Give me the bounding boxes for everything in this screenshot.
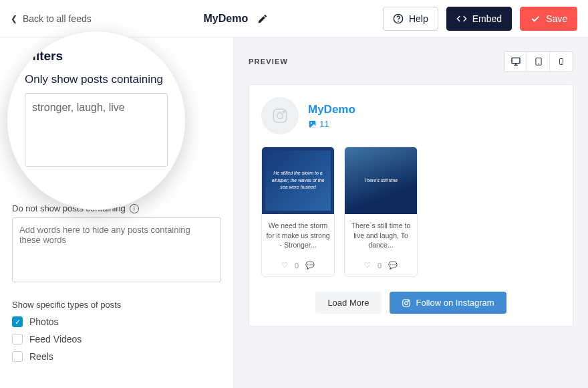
- include-textarea[interactable]: [25, 93, 168, 167]
- post-footer: ♡ 0 💬: [345, 257, 417, 276]
- embed-button[interactable]: Embed: [446, 7, 512, 31]
- svg-point-8: [277, 113, 283, 119]
- title-area: MyDemo: [100, 11, 375, 27]
- svg-point-13: [404, 301, 408, 304]
- post-caption: We need the storm for it make us strong …: [262, 214, 334, 257]
- type-row-reels[interactable]: Reels: [12, 351, 221, 362]
- desktop-icon[interactable]: [504, 52, 527, 72]
- follow-button[interactable]: Follow on Instagram: [390, 292, 506, 314]
- include-label: Only show posts containing: [25, 73, 168, 86]
- load-more-button[interactable]: Load More: [315, 292, 381, 314]
- help-button[interactable]: Help: [383, 7, 438, 31]
- svg-point-9: [283, 111, 285, 112]
- pencil-icon[interactable]: [255, 11, 271, 27]
- mobile-icon[interactable]: [550, 52, 573, 72]
- checkbox-icon[interactable]: [12, 351, 23, 362]
- type-label: Photos: [29, 316, 59, 327]
- save-button[interactable]: Save: [520, 7, 577, 31]
- comment-icon[interactable]: 💬: [305, 261, 315, 270]
- svg-point-14: [408, 300, 408, 301]
- info-icon[interactable]: i: [130, 204, 139, 213]
- preview-label: PREVIEW: [249, 58, 288, 66]
- type-label: Reels: [29, 351, 53, 362]
- types-heading: Show specific types of posts: [12, 300, 221, 310]
- post-caption: There`s still time to live and laugh, To…: [345, 214, 417, 257]
- back-link[interactable]: ❮ Back to all feeds: [11, 13, 92, 24]
- svg-rect-2: [512, 58, 520, 64]
- chevron-left-icon: ❮: [11, 14, 17, 23]
- post-thumbnail: There's still time: [345, 147, 417, 214]
- post-thumbnail: He stilled the storm to a whisper; the w…: [262, 147, 334, 214]
- save-label: Save: [546, 13, 567, 24]
- exclude-textarea[interactable]: [12, 217, 221, 282]
- type-row-photos[interactable]: Photos: [12, 316, 221, 327]
- preview-card: MyDemo 11 He stilled the storm to a whis…: [249, 84, 573, 326]
- profile-meta: 11: [308, 119, 355, 129]
- feed-title: MyDemo: [203, 13, 248, 25]
- type-label: Feed Videos: [29, 334, 82, 345]
- magnifier-overlay: Filters Only show posts containing: [7, 31, 186, 210]
- svg-point-1: [398, 21, 399, 21]
- embed-label: Embed: [472, 13, 502, 24]
- back-label: Back to all feeds: [23, 13, 92, 24]
- post-card[interactable]: There's still time There`s still time to…: [344, 147, 418, 277]
- heart-icon[interactable]: ♡: [364, 261, 371, 270]
- svg-point-11: [311, 122, 312, 123]
- post-footer: ♡ 0 💬: [262, 257, 334, 276]
- preview-panel: PREVIEW MyDemo 11: [234, 37, 588, 388]
- like-count: 0: [295, 262, 299, 270]
- posts-grid: He stilled the storm to a whisper; the w…: [261, 147, 561, 277]
- preview-actions: Load More Follow on Instagram: [261, 292, 561, 314]
- comment-icon[interactable]: 💬: [388, 261, 398, 270]
- profile-name[interactable]: MyDemo: [308, 103, 355, 116]
- profile-header: MyDemo 11: [261, 97, 561, 134]
- avatar: [261, 97, 299, 134]
- filters-heading: Filters: [25, 49, 168, 64]
- preview-header: PREVIEW: [249, 51, 573, 72]
- like-count: 0: [378, 262, 382, 270]
- post-count: 11: [319, 119, 329, 129]
- svg-point-6: [561, 64, 562, 64]
- type-row-feed-videos[interactable]: Feed Videos: [12, 334, 221, 345]
- svg-point-4: [538, 64, 539, 64]
- checkbox-icon[interactable]: [12, 316, 23, 327]
- follow-label: Follow on Instagram: [416, 298, 494, 308]
- tablet-icon[interactable]: [527, 52, 550, 72]
- checkbox-icon[interactable]: [12, 334, 23, 345]
- device-toggle: [504, 51, 573, 72]
- post-card[interactable]: He stilled the storm to a whisper; the w…: [261, 147, 335, 277]
- heart-icon[interactable]: ♡: [281, 261, 288, 270]
- help-label: Help: [409, 13, 428, 24]
